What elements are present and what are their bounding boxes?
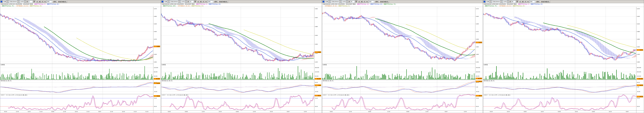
category-select[interactable]: 先物 ▼ [164, 1, 170, 3]
stochastics-label: スロー・ストキャスティクス( 14, 3, 99, 25 ) [323, 94, 349, 96]
axis-tick-label: 9,500 [476, 46, 479, 48]
axis-tick-label: 80,000 [476, 75, 479, 77]
period-button[interactable]: 月 [363, 1, 366, 3]
main-value-axis: 9,6759,6509,6259,6009,5759,5509,5259,500… [153, 7, 161, 64]
period-button[interactable]: 日 [36, 1, 38, 3]
apply-button[interactable]: 適用 [52, 1, 57, 3]
category-select[interactable]: 先物 ▼ [3, 1, 8, 3]
time-axis-label: 12:00 [426, 111, 428, 112]
time-axis-label: 03/05 [185, 111, 188, 112]
toolbar: 先物 ▼ 日経225mini ▼ 12/03 ▼ 足 分日週月年 適用 描画詳細… [483, 0, 644, 3]
current-value-box: 9,570 [637, 49, 643, 51]
axis-tick-label: 9,585 [637, 31, 640, 32]
chevron-down-icon: ▼ [185, 1, 187, 3]
period-button[interactable]: 分 [194, 1, 197, 3]
chevron-down-icon: ▼ [346, 1, 348, 3]
main-chart-canvas [322, 7, 475, 64]
contract-month-select[interactable]: 12/03 ▼ [342, 1, 348, 3]
drawing-detail-settings-button[interactable]: 描画詳細設定 [379, 1, 389, 3]
stoch-value-axis: 75.0025.0038.50 [475, 94, 483, 110]
category-select[interactable]: 先物 ▼ [486, 1, 492, 3]
macd-chart-canvas [483, 80, 636, 94]
macd-value-axis: 30.000.00-30.00-15.40 [475, 80, 483, 94]
legend-item: 移動平均(Close, 40 ) [192, 5, 204, 7]
current-value-box: 52.30 [637, 96, 643, 97]
legend-item: 移動平均(Close, 25 ) [530, 4, 543, 5]
interval-label: 足 [510, 1, 511, 3]
legend-item: 移動平均(Close, 20 ) [513, 5, 525, 7]
axis-tick-label: 9,555 [637, 39, 640, 40]
drawing-detail-settings-button[interactable]: 描画詳細設定 [540, 1, 550, 3]
interval-input[interactable] [28, 1, 33, 3]
apply-button[interactable]: 適用 [536, 1, 540, 3]
axis-tick-label: 0.00 [637, 86, 639, 88]
instrument-select[interactable]: 日経225mini ▼ [492, 1, 502, 3]
toolbar: 先物 ▼ 日経225mini ▼ 12/03 ▼ 足 分日週月年 適用 描画詳細… [0, 0, 161, 3]
interval-input[interactable] [189, 1, 194, 3]
instrument-select[interactable]: 日経225mini ▼ [9, 1, 20, 3]
axis-tick-label: 75.00 [476, 97, 479, 99]
contract-month-value: 12/03 [20, 1, 24, 2]
chart-legend: 日経225mini( 12/03) 15分 2012/03/03 - 2012/… [161, 3, 322, 7]
axis-tick-label: 9,525 [154, 54, 157, 55]
axis-tick-label: 40,000 [154, 75, 157, 77]
axis-tick-label: 9,675 [154, 8, 157, 10]
instrument-select[interactable]: 日経225mini ▼ [331, 1, 342, 3]
period-button[interactable]: 日 [519, 1, 521, 3]
period-button[interactable]: 月 [524, 1, 527, 3]
contract-month-select[interactable]: 12/03 ▼ [181, 1, 187, 3]
interval-input[interactable] [511, 1, 516, 3]
period-button[interactable]: 週 [522, 1, 524, 3]
time-axis-label: 12:00 [304, 111, 307, 112]
instrument-select-value: 日経225mini [10, 1, 17, 3]
time-axis-label: 16:40 [28, 111, 30, 112]
time-axis-label: 21:20 [86, 111, 90, 112]
period-buttons: 分日週月年 [194, 1, 207, 3]
period-button[interactable]: 年 [205, 1, 207, 3]
chevron-down-icon: ▼ [328, 1, 330, 3]
volume-label: 出来高 [1, 64, 5, 66]
axis-tick-label: 9,500 [154, 61, 157, 63]
current-value-box: 61,020 [315, 78, 321, 80]
period-button[interactable]: 日 [197, 1, 199, 3]
contract-month-select[interactable]: 12/03 ▼ [20, 1, 26, 3]
category-select[interactable]: 先物 ▼ [325, 1, 330, 3]
bars-count-input[interactable] [530, 1, 535, 3]
bars-count-input[interactable] [47, 1, 52, 3]
time-axis-label: 21:20 [40, 111, 42, 112]
bars-count-input[interactable] [369, 1, 374, 3]
axis-tick-label: 25.00 [637, 106, 640, 107]
apply-button[interactable]: 適用 [374, 1, 379, 3]
period-button[interactable]: 月 [41, 1, 44, 3]
drawing-detail-settings-button[interactable]: 描画詳細設定 [218, 1, 228, 3]
axis-tick-label: 60,000 [315, 75, 318, 77]
axis-tick-label: 9,495 [637, 54, 640, 55]
macd-label: MACD( 12, 26, 9 ) [162, 80, 172, 81]
legend-item: 移動平均(Close, 75 ) [2, 5, 14, 7]
contract-month-select[interactable]: 12/03 ▼ [503, 1, 509, 3]
period-button[interactable]: 分 [33, 1, 36, 3]
period-button[interactable]: 分 [355, 1, 358, 3]
chevron-down-icon: ▼ [489, 1, 491, 3]
period-button[interactable]: 週 [360, 1, 363, 3]
period-button[interactable]: 日 [358, 1, 360, 3]
apply-button[interactable]: 適用 [214, 1, 218, 3]
period-button[interactable]: 年 [527, 1, 529, 3]
drawing-detail-settings-button[interactable]: 描画詳細設定 [57, 1, 67, 3]
period-button[interactable]: 分 [516, 1, 519, 3]
period-button[interactable]: 週 [38, 1, 41, 3]
period-button[interactable]: 週 [200, 1, 202, 3]
period-button[interactable]: 年 [44, 1, 46, 3]
legend-item: 移動平均(Close, 100 ) [163, 5, 176, 7]
instrument-select[interactable]: 日経225mini ▼ [170, 1, 180, 3]
chevron-down-icon: ▼ [339, 1, 341, 3]
period-button[interactable]: 月 [202, 1, 205, 3]
legend-series-title: 日経225mini( 12/03) 15分 2012/03/03 - 2012/… [162, 4, 194, 5]
axis-tick-label: 0.00 [476, 86, 478, 88]
time-axis-label: 03/02 [330, 111, 333, 112]
interval-input[interactable] [350, 1, 355, 3]
period-button[interactable]: 年 [366, 1, 368, 3]
bars-count-input[interactable] [208, 1, 213, 3]
legend-item: 移動平均(Close, 5 ) [196, 4, 208, 5]
axis-tick-label: 75.00 [315, 97, 318, 99]
